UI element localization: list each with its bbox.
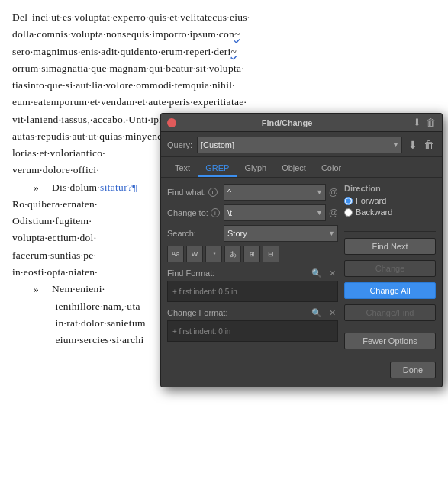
trash-icon[interactable]: 🗑 [422, 139, 436, 151]
tabs-row: Text GREP Glyph Object Color [161, 157, 442, 178]
table-icon[interactable]: ⊟ [263, 246, 279, 262]
find-format-box: + first indent: 0.5 in [167, 281, 338, 302]
tab-glyph[interactable]: Glyph [237, 160, 274, 177]
change-format-search-icon[interactable]: 🔍 [311, 307, 323, 319]
change-to-select-wrapper: \t ▼ [224, 204, 326, 221]
dialog-footer: Done [161, 358, 442, 387]
find-format-label-row: Find Format: 🔍 ✕ [167, 267, 338, 279]
change-format-box: + first indent: 0 in [167, 320, 338, 342]
find-change-dialog: Find/Change ⬇ 🗑 Query: [Custom] ▼ ⬇ 🗑 Te… [160, 113, 443, 387]
find-what-select-wrapper: ^ ▼ [224, 184, 326, 201]
find-what-label: Find what: i [167, 188, 221, 197]
direction-label: Direction [344, 184, 436, 193]
save-icon[interactable]: ⬇ [407, 139, 419, 151]
query-label: Query: [167, 140, 192, 149]
tab-object[interactable]: Object [274, 160, 314, 177]
find-format-value: + first indent: 0.5 in [172, 288, 237, 296]
find-what-at-icon[interactable]: @ [329, 187, 338, 198]
forward-radio-row: Forward [344, 196, 436, 205]
dialog-body: Find what: i ^ ▼ @ Change to: [161, 178, 442, 358]
forward-label: Forward [356, 196, 386, 205]
search-select[interactable]: Story [224, 225, 338, 242]
save-query-icon[interactable]: ⬇ [413, 117, 421, 128]
find-format-label: Find Format: [167, 268, 214, 278]
search-select-wrapper: Story ▼ [224, 225, 338, 242]
done-button[interactable]: Done [390, 362, 436, 378]
change-to-label: Change to: i [167, 208, 221, 217]
backward-label: Backward [356, 207, 392, 217]
find-format-clear-icon[interactable]: ✕ [326, 267, 338, 279]
find-what-input-wrapper: ^ ▼ @ [224, 184, 338, 201]
find-format-action-icons: 🔍 ✕ [311, 267, 338, 279]
tab-grep[interactable]: GREP [198, 160, 237, 177]
find-what-select[interactable]: ^ [224, 184, 326, 201]
tab-color[interactable]: Color [314, 160, 349, 177]
find-format-section: Find Format: 🔍 ✕ + first indent: 0.5 in [167, 267, 338, 302]
search-label: Search: [167, 229, 221, 238]
change-button[interactable]: Change [344, 260, 436, 277]
kanji-icon[interactable]: あ [224, 246, 241, 262]
change-format-clear-icon[interactable]: ✕ [326, 307, 338, 319]
find-what-info-icon[interactable]: i [208, 188, 218, 197]
close-button[interactable] [167, 118, 176, 127]
forward-radio[interactable] [344, 197, 353, 205]
change-format-action-icons: 🔍 ✕ [311, 307, 338, 319]
change-format-label: Change Format: [167, 308, 227, 317]
query-select[interactable]: [Custom] [197, 137, 402, 153]
left-column: Find what: i ^ ▼ @ Change to: [167, 184, 338, 352]
direction-section: Direction Forward Backward [344, 184, 436, 219]
titlebar-icons: ⬇ 🗑 [413, 117, 436, 128]
tab-text[interactable]: Text [167, 160, 198, 177]
change-format-section: Change Format: 🔍 ✕ + first indent: 0 in [167, 307, 338, 342]
query-action-icons: ⬇ 🗑 [407, 139, 436, 151]
backward-radio[interactable] [344, 208, 353, 217]
separator-1 [344, 231, 436, 232]
search-row: Search: Story ▼ [167, 225, 338, 242]
dialog-titlebar: Find/Change ⬇ 🗑 [161, 114, 442, 132]
titlebar-controls [167, 118, 176, 127]
case-sensitive-icon[interactable]: Aa [167, 246, 184, 262]
find-what-row: Find what: i ^ ▼ @ [167, 184, 338, 201]
right-column: Direction Forward Backward Find Next Cha… [344, 184, 436, 352]
backward-radio-row: Backward [344, 207, 436, 217]
find-next-button[interactable]: Find Next [344, 238, 436, 255]
change-format-value: + first indent: 0 in [172, 327, 230, 336]
change-find-button[interactable]: Change/Find [344, 304, 436, 321]
change-to-select[interactable]: \t [224, 204, 326, 221]
change-to-at-icon[interactable]: @ [329, 207, 338, 218]
find-format-search-icon[interactable]: 🔍 [311, 267, 323, 279]
whole-word-icon[interactable]: W [186, 246, 203, 262]
regex-icon[interactable]: .* [205, 246, 222, 262]
overlap-icon[interactable]: ⊞ [243, 246, 260, 262]
dialog-title: Find/Change [176, 118, 398, 127]
query-select-wrapper: [Custom] ▼ [197, 137, 402, 153]
fewer-options-button[interactable]: Fewer Options [344, 333, 436, 349]
delete-query-icon[interactable]: 🗑 [426, 117, 436, 128]
icon-toolbar: Aa W .* あ ⊞ ⊟ [167, 246, 338, 262]
change-format-label-row: Change Format: 🔍 ✕ [167, 307, 338, 319]
change-to-row: Change to: i \t ▼ @ [167, 204, 338, 221]
change-to-input-wrapper: \t ▼ @ [224, 204, 338, 221]
query-row: Query: [Custom] ▼ ⬇ 🗑 [161, 132, 442, 157]
change-to-info-icon[interactable]: i [211, 208, 220, 217]
change-all-button[interactable]: Change All [344, 282, 436, 299]
